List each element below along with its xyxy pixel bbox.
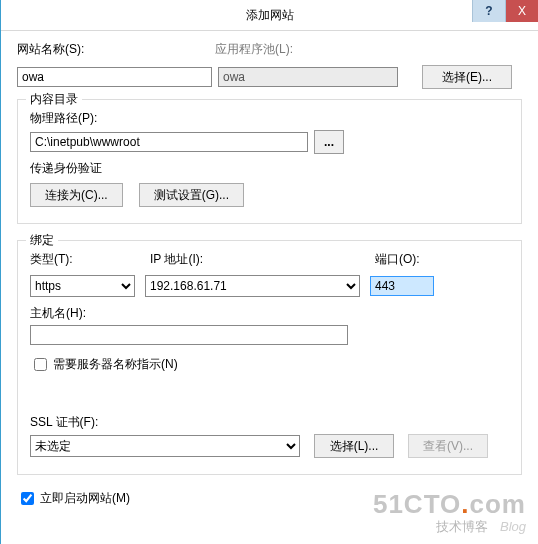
binding-group: 绑定 类型(T): IP 地址(I): 端口(O): https 192.168…	[17, 240, 522, 475]
sni-checkbox[interactable]	[34, 358, 47, 371]
test-settings-button[interactable]: 测试设置(G)...	[139, 183, 244, 207]
content-directory-group: 内容目录 物理路径(P): ... 传递身份验证 连接为(C)... 测试设置(…	[17, 99, 522, 224]
start-website-label: 立即启动网站(M)	[40, 490, 130, 507]
app-pool-label: 应用程序池(L):	[215, 41, 413, 58]
sni-label: 需要服务器名称指示(N)	[53, 356, 178, 373]
help-button[interactable]: ?	[472, 0, 505, 22]
type-label: 类型(T):	[30, 251, 150, 268]
physical-path-label: 物理路径(P):	[30, 110, 509, 127]
port-label: 端口(O):	[375, 251, 420, 268]
physical-path-input[interactable]	[30, 132, 308, 152]
select-app-pool-button[interactable]: 选择(E)...	[422, 65, 512, 89]
site-name-label: 网站名称(S):	[17, 41, 215, 58]
ssl-cert-label: SSL 证书(F):	[30, 414, 509, 431]
start-website-checkbox[interactable]	[21, 492, 34, 505]
pass-through-auth-label: 传递身份验证	[30, 160, 509, 177]
port-input[interactable]	[370, 276, 434, 296]
titlebar: 添加网站 ? X	[1, 0, 538, 31]
app-pool-input	[218, 67, 398, 87]
site-name-input[interactable]	[17, 67, 212, 87]
type-select[interactable]: https	[30, 275, 135, 297]
content-directory-title: 内容目录	[26, 91, 82, 108]
host-name-input[interactable]	[30, 325, 348, 345]
browse-button[interactable]: ...	[314, 130, 344, 154]
connect-as-button[interactable]: 连接为(C)...	[30, 183, 123, 207]
ip-address-label: IP 地址(I):	[150, 251, 375, 268]
window-title: 添加网站	[1, 7, 538, 24]
ssl-view-button: 查看(V)...	[408, 434, 488, 458]
binding-title: 绑定	[26, 232, 58, 249]
ssl-select-button[interactable]: 选择(L)...	[314, 434, 394, 458]
host-name-label: 主机名(H):	[30, 305, 509, 322]
close-button[interactable]: X	[505, 0, 538, 22]
ip-address-select[interactable]: 192.168.61.71	[145, 275, 360, 297]
ssl-cert-select[interactable]: 未选定	[30, 435, 300, 457]
